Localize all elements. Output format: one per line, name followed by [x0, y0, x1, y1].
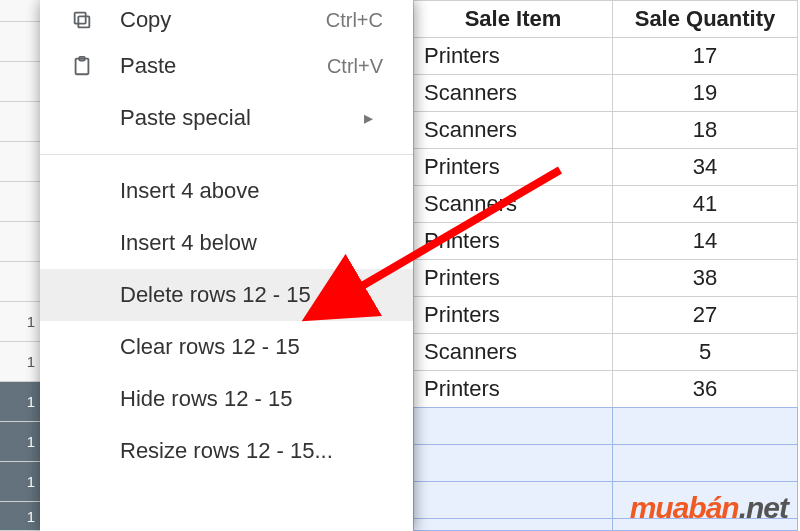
- table-cell[interactable]: Printers: [413, 296, 613, 334]
- empty-cell-selected[interactable]: [612, 444, 798, 482]
- table-cell[interactable]: 38: [612, 259, 798, 297]
- table-cell[interactable]: Scanners: [413, 111, 613, 149]
- table-cell[interactable]: 18: [612, 111, 798, 149]
- row-header-selected[interactable]: 1: [0, 422, 42, 462]
- empty-cell-selected[interactable]: [612, 407, 798, 445]
- table-cell[interactable]: 17: [612, 37, 798, 75]
- paste-icon: [68, 52, 96, 80]
- context-menu: Copy Ctrl+C Paste Ctrl+V Paste special ▸…: [40, 0, 413, 531]
- menu-item-clear-rows[interactable]: Clear rows 12 - 15: [40, 321, 413, 373]
- svg-rect-1: [75, 13, 86, 24]
- table-cell[interactable]: Scanners: [413, 185, 613, 223]
- table-cell[interactable]: 41: [612, 185, 798, 223]
- menu-item-label: Hide rows 12 - 15: [120, 386, 292, 412]
- menu-item-delete-rows[interactable]: Delete rows 12 - 15: [40, 269, 413, 321]
- row-header-selected[interactable]: 1: [0, 502, 42, 531]
- menu-item-paste-special[interactable]: Paste special ▸: [40, 92, 413, 144]
- menu-item-insert-below[interactable]: Insert 4 below: [40, 217, 413, 269]
- spreadsheet: Sale Item Sale Quantity Printers 17 Scan…: [413, 0, 800, 531]
- row-header[interactable]: [0, 0, 42, 22]
- menu-shortcut: Ctrl+V: [327, 55, 383, 78]
- row-header[interactable]: [0, 22, 42, 62]
- menu-item-resize-rows[interactable]: Resize rows 12 - 15...: [40, 425, 413, 477]
- empty-cell-selected[interactable]: [413, 481, 613, 519]
- row-header[interactable]: [0, 222, 42, 262]
- row-header[interactable]: [0, 262, 42, 302]
- menu-item-label: Insert 4 above: [120, 178, 259, 204]
- table-cell[interactable]: 14: [612, 222, 798, 260]
- menu-item-label: Paste: [120, 53, 176, 79]
- empty-cell-selected[interactable]: [413, 518, 613, 531]
- menu-item-label: Copy: [120, 7, 171, 33]
- row-header[interactable]: 1: [0, 342, 42, 382]
- empty-cell-selected[interactable]: [413, 407, 613, 445]
- table-cell[interactable]: Printers: [413, 259, 613, 297]
- watermark: muabán.net: [630, 491, 788, 525]
- menu-separator: [40, 154, 413, 155]
- menu-item-label: Insert 4 below: [120, 230, 257, 256]
- table-cell[interactable]: 27: [612, 296, 798, 334]
- row-header-strip: 1 1 1 1 1 1: [0, 0, 42, 531]
- row-header[interactable]: [0, 182, 42, 222]
- menu-item-paste[interactable]: Paste Ctrl+V: [40, 40, 413, 92]
- column-header-sale-item[interactable]: Sale Item: [413, 0, 613, 38]
- row-header-selected[interactable]: 1: [0, 462, 42, 502]
- menu-item-label: Delete rows 12 - 15: [120, 282, 311, 308]
- menu-item-insert-above[interactable]: Insert 4 above: [40, 165, 413, 217]
- watermark-main: muabán: [630, 491, 739, 524]
- row-header[interactable]: 1: [0, 302, 42, 342]
- row-header[interactable]: [0, 62, 42, 102]
- row-header[interactable]: [0, 142, 42, 182]
- column-header-sale-quantity[interactable]: Sale Quantity: [612, 0, 798, 38]
- table-cell[interactable]: 19: [612, 74, 798, 112]
- menu-item-label: Paste special: [120, 105, 251, 131]
- table-cell[interactable]: Scanners: [413, 74, 613, 112]
- table-cell[interactable]: Printers: [413, 370, 613, 408]
- menu-item-label: Clear rows 12 - 15: [120, 334, 300, 360]
- table-cell[interactable]: Scanners: [413, 333, 613, 371]
- row-header-selected[interactable]: 1: [0, 382, 42, 422]
- submenu-arrow-icon: ▸: [364, 107, 373, 129]
- svg-rect-0: [78, 16, 89, 27]
- menu-item-hide-rows[interactable]: Hide rows 12 - 15: [40, 373, 413, 425]
- table-cell[interactable]: Printers: [413, 222, 613, 260]
- menu-item-copy[interactable]: Copy Ctrl+C: [40, 0, 413, 40]
- watermark-net: .net: [739, 491, 788, 524]
- table-cell[interactable]: 36: [612, 370, 798, 408]
- menu-shortcut: Ctrl+C: [326, 9, 383, 32]
- table-cell[interactable]: 5: [612, 333, 798, 371]
- copy-icon: [68, 6, 96, 34]
- table-cell[interactable]: 34: [612, 148, 798, 186]
- table-cell[interactable]: Printers: [413, 148, 613, 186]
- empty-cell-selected[interactable]: [413, 444, 613, 482]
- menu-item-label: Resize rows 12 - 15...: [120, 438, 333, 464]
- table-cell[interactable]: Printers: [413, 37, 613, 75]
- row-header[interactable]: [0, 102, 42, 142]
